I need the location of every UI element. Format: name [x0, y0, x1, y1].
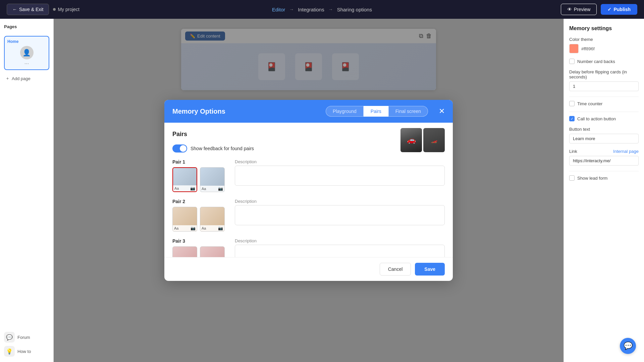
show-feedback-toggle[interactable] [172, 144, 187, 153]
pair-2-img1-camera[interactable]: 📷 [191, 226, 196, 231]
topnav-left: ← Save & Exit My project [7, 4, 79, 15]
editor-nav-link[interactable]: Editor [272, 7, 285, 12]
toggle-label: Show feedback for found pairs [191, 146, 254, 151]
delay-input[interactable] [569, 81, 639, 91]
link-url-row [569, 156, 639, 166]
publish-label: Publish [613, 7, 631, 12]
link-label: Link [569, 149, 577, 154]
step-playground[interactable]: Playground [326, 106, 364, 117]
arrow-left-icon: ← [12, 7, 17, 12]
project-name: My project [53, 7, 79, 12]
save-exit-button[interactable]: ← Save & Exit [7, 4, 49, 15]
step-final-screen[interactable]: Final screen [388, 106, 428, 117]
check-icon: ✓ [607, 7, 611, 12]
add-page-button[interactable]: ＋ Add page [4, 74, 49, 83]
pair-3-images-section: Pair 3 Aa 📷 [172, 238, 229, 257]
modal-footer: Cancel Save [164, 257, 453, 281]
pair-3-image-2[interactable]: Aa 📷 [200, 246, 225, 257]
pair-1-images-section: Pair 1 Aa 📷 ↗ [172, 159, 229, 192]
pair-1-img2-overlay: Aa 📷 [200, 186, 224, 192]
pair-3-description: Description [235, 238, 445, 257]
plus-icon: ＋ [5, 75, 10, 81]
pair-2-row: Pair 2 Aa 📷 [172, 199, 445, 232]
pair-preview-images: 🚗 🏎️ [400, 128, 445, 152]
pair-2-image-1[interactable]: Aa 📷 [172, 207, 197, 232]
integrations-nav-link[interactable]: Integrations [298, 7, 324, 12]
color-hex-text: #ff896f [581, 46, 595, 51]
arrow-icon-2: → [328, 7, 333, 12]
howto-icon: 💡 [4, 346, 15, 357]
modal: Memory Options Playground Pairs Final sc… [164, 100, 453, 281]
pair-1-row: Pair 1 Aa 📷 ↗ [172, 159, 445, 192]
preview-button[interactable]: 👁 Preview [561, 4, 597, 15]
topnav-right: 👁 Preview ✓ Publish [561, 4, 637, 15]
pair-1-label: Pair 1 [172, 159, 229, 165]
button-text-input[interactable] [569, 134, 639, 143]
divider-2 [569, 112, 639, 112]
car-image-1: 🚗 [400, 128, 422, 152]
color-swatch[interactable] [569, 44, 579, 53]
chat-icon: 💬 [624, 342, 633, 350]
car-image-2: 🏎️ [423, 128, 445, 152]
button-text-label: Button text [569, 127, 639, 132]
pair-3-desc-input[interactable] [235, 245, 445, 257]
add-page-label: Add page [12, 76, 31, 81]
pair-2-images: Aa 📷 Aa 📷 [172, 207, 229, 232]
divider-3 [569, 171, 639, 171]
main-layout: Pages Home 👤 ··· ＋ Add page 💬 Forum 💡 Ho… [0, 19, 644, 362]
save-exit-label: Save & Exit [19, 7, 43, 12]
pair-2-img2-camera[interactable]: 📷 [218, 226, 223, 231]
pair-2-label: Pair 2 [172, 199, 229, 204]
step-pairs[interactable]: Pairs [364, 106, 388, 117]
pair-2-img1-overlay: Aa 📷 [173, 225, 197, 231]
howto-label: How to [17, 349, 31, 354]
topnav: ← Save & Exit My project Editor → Integr… [0, 0, 644, 19]
call-to-action-checkbox[interactable]: ✓ [569, 116, 575, 121]
pair-3-row: Pair 3 Aa 📷 [172, 238, 445, 257]
button-text-row: Button text [569, 127, 639, 143]
pair-2-description: Description [235, 199, 445, 227]
link-url-input[interactable] [569, 156, 639, 166]
color-row: #ff896f [569, 44, 639, 53]
toggle-knob [180, 145, 186, 152]
pair-2-img2-text: Aa [202, 226, 206, 230]
right-panel-title: Memory settings [569, 25, 639, 32]
number-card-backs-checkbox[interactable] [569, 59, 575, 64]
sidebar-howto-item[interactable]: 💡 How to [4, 346, 49, 357]
sidebar: Pages Home 👤 ··· ＋ Add page 💬 Forum 💡 Ho… [0, 19, 54, 362]
time-counter-checkbox[interactable] [569, 101, 575, 106]
pair-1-img1-camera[interactable]: 📷 [190, 186, 195, 191]
step-pairs-label: Pairs [371, 109, 381, 114]
pair-3-label: Pair 3 [172, 238, 229, 244]
pair-3-image-1[interactable]: Aa 📷 [172, 246, 197, 257]
modal-close-button[interactable]: ✕ [439, 108, 445, 115]
forum-icon: 💬 [4, 332, 15, 343]
home-thumb-icon: 👤 [22, 49, 31, 57]
save-button[interactable]: Save [415, 263, 445, 276]
cancel-button[interactable]: Cancel [380, 263, 411, 276]
sidebar-forum-item[interactable]: 💬 Forum [4, 332, 49, 343]
pair-1-image-1[interactable]: Aa 📷 ↗ [172, 167, 197, 192]
number-card-backs-label: Number card backs [577, 59, 615, 64]
sidebar-title: Pages [4, 24, 49, 29]
pair-2-image-2[interactable]: Aa 📷 [200, 207, 225, 232]
pair-2-desc-label: Description [235, 199, 445, 204]
pair-1-desc-input[interactable] [235, 166, 445, 186]
link-type-value[interactable]: Internal page [613, 149, 639, 154]
pair-1-desc-label: Description [235, 159, 445, 164]
step-playground-label: Playground [333, 109, 357, 114]
home-page-thumb: 👤 [20, 46, 34, 59]
modal-steps: Playground Pairs Final screen [326, 106, 428, 117]
chat-fab-button[interactable]: 💬 [620, 338, 636, 354]
pair-2-desc-input[interactable] [235, 205, 445, 225]
show-lead-form-checkbox[interactable] [569, 175, 575, 181]
modal-header: Memory Options Playground Pairs Final sc… [164, 100, 453, 123]
project-name-text: My project [58, 7, 79, 12]
divider-1 [569, 97, 639, 97]
pair-1-img2-text: Aa [202, 187, 206, 191]
pair-1-img2-camera[interactable]: 📷 [218, 186, 223, 191]
sidebar-item-home[interactable]: Home 👤 ··· [4, 36, 49, 70]
publish-button[interactable]: ✓ Publish [601, 4, 637, 15]
pair-1-image-2[interactable]: Aa 📷 [200, 167, 225, 192]
sharing-nav-link[interactable]: Sharing options [337, 7, 372, 12]
